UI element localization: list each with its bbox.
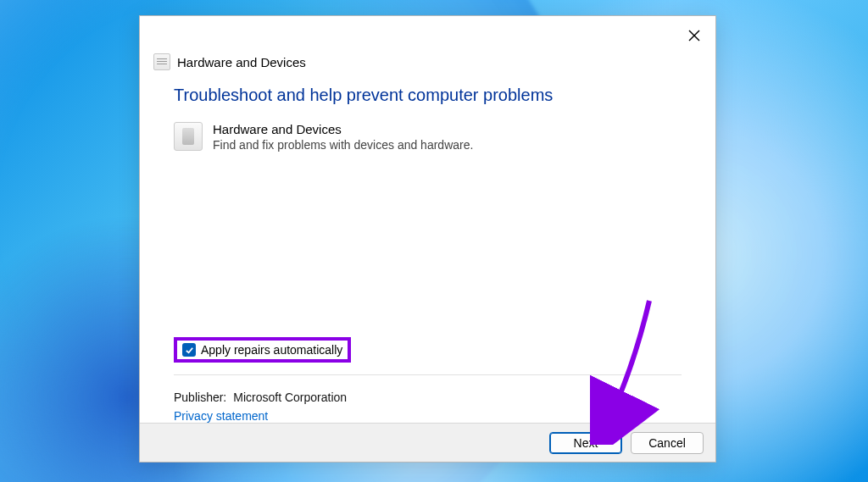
checkmark-icon: [185, 346, 194, 355]
publisher-label: Publisher:: [174, 391, 226, 404]
apply-repairs-checkbox[interactable]: [182, 343, 196, 357]
header-title: Hardware and Devices: [177, 55, 306, 69]
apply-repairs-row[interactable]: Apply repairs automatically: [174, 337, 351, 363]
dialog-content: Troubleshoot and help prevent computer p…: [140, 70, 715, 423]
options-area: Apply repairs automatically: [174, 337, 682, 375]
privacy-statement-link[interactable]: Privacy statement: [174, 409, 682, 423]
next-button[interactable]: Next: [549, 432, 622, 454]
main-heading: Troubleshoot and help prevent computer p…: [174, 86, 682, 105]
publisher-row: Publisher: Microsoft Corporation: [174, 391, 682, 404]
troubleshooter-title: Hardware and Devices: [213, 122, 473, 136]
publisher-value: Microsoft Corporation: [233, 391, 347, 404]
dialog-header: Hardware and Devices: [140, 16, 715, 70]
apply-repairs-label: Apply repairs automatically: [201, 343, 342, 357]
cancel-button[interactable]: Cancel: [631, 432, 704, 454]
hardware-devices-icon: [153, 53, 170, 70]
troubleshooter-dialog: Hardware and Devices Troubleshoot and he…: [139, 15, 716, 463]
troubleshooter-description: Find and fix problems with devices and h…: [213, 138, 473, 152]
device-icon: [174, 122, 203, 151]
close-icon: [688, 30, 700, 42]
troubleshooter-item: Hardware and Devices Find and fix proble…: [174, 122, 682, 152]
close-button[interactable]: [682, 23, 707, 48]
button-bar: Next Cancel: [140, 423, 715, 462]
